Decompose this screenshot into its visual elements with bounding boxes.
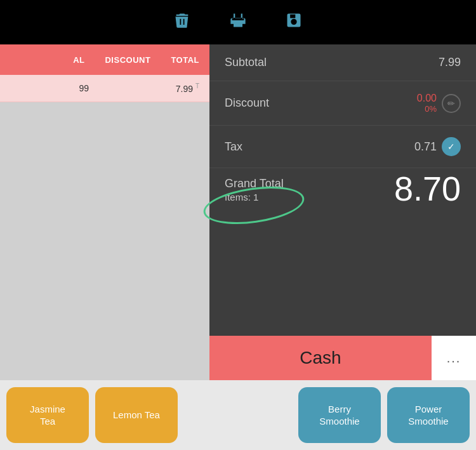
- payment-row: Cash ...: [209, 336, 476, 380]
- nav-power-smoothie-label: PowerSmoothie: [408, 403, 448, 428]
- tax-value: 0.71: [414, 140, 437, 154]
- left-header: AL DISCOUNT TOTAL: [0, 44, 209, 75]
- edit-icon[interactable]: ✏: [442, 94, 461, 113]
- discount-amount: 0.00: [417, 93, 437, 104]
- tax-label: Tax: [225, 140, 242, 154]
- bottom-nav: JasmineTea Lemon Tea BerrySmoothie Power…: [0, 380, 476, 450]
- grand-total-section: Grand Total Items: 1 8.70: [209, 168, 476, 209]
- nav-power-smoothie[interactable]: PowerSmoothie: [387, 387, 470, 443]
- discount-numbers: 0.00 0%: [417, 93, 437, 114]
- col-discount: DISCOUNT: [105, 55, 150, 65]
- nav-lemon-tea-label: Lemon Tea: [113, 409, 160, 421]
- save-icon[interactable]: [285, 11, 303, 34]
- left-body: [0, 102, 209, 380]
- right-panel: Subtotal 7.99 Discount 0.00 0% ✏ Tax: [209, 44, 476, 380]
- trash-icon[interactable]: [173, 11, 191, 34]
- nav-berry-smoothie[interactable]: BerrySmoothie: [298, 387, 381, 443]
- nav-lemon-tea[interactable]: Lemon Tea: [95, 387, 178, 443]
- discount-pct: 0%: [417, 104, 437, 114]
- screen: AL DISCOUNT TOTAL 99 7.99 T Subtotal 7.9…: [0, 0, 476, 450]
- subtotal-row: Subtotal 7.99: [209, 44, 476, 81]
- grand-total-amount: 8.70: [394, 169, 461, 208]
- nav-jasmine-tea-label: JasmineTea: [30, 403, 65, 428]
- subtotal-value: 7.99: [439, 56, 461, 69]
- left-panel: AL DISCOUNT TOTAL 99 7.99 T: [0, 44, 209, 380]
- main-content: AL DISCOUNT TOTAL 99 7.99 T Subtotal 7.9…: [0, 44, 476, 380]
- tax-group: 0.71 ✓: [414, 137, 461, 156]
- cash-label: Cash: [300, 348, 341, 368]
- col-total: TOTAL: [171, 55, 199, 65]
- more-dots: ...: [447, 351, 461, 366]
- discount-group: 0.00 0% ✏: [417, 93, 461, 114]
- more-button[interactable]: ...: [432, 336, 476, 380]
- discount-label: Discount: [225, 96, 269, 110]
- nav-berry-smoothie-label: BerrySmoothie: [319, 403, 359, 428]
- col-al: AL: [73, 55, 84, 65]
- cell-total: 7.99 T: [161, 83, 199, 94]
- tax-row: Tax 0.71 ✓: [209, 126, 476, 168]
- cell-al: 99: [57, 83, 89, 93]
- table-row: 99 7.99 T: [0, 75, 209, 102]
- cash-button[interactable]: Cash: [209, 336, 432, 380]
- check-icon[interactable]: ✓: [442, 137, 461, 156]
- left-table: 99 7.99 T: [0, 75, 209, 102]
- print-icon[interactable]: [229, 11, 247, 34]
- top-bar: [0, 0, 476, 44]
- nav-jasmine-tea[interactable]: JasmineTea: [6, 387, 89, 443]
- summary-section: Subtotal 7.99 Discount 0.00 0% ✏ Tax: [209, 44, 476, 336]
- subtotal-label: Subtotal: [225, 56, 267, 69]
- discount-row: Discount 0.00 0% ✏: [209, 81, 476, 126]
